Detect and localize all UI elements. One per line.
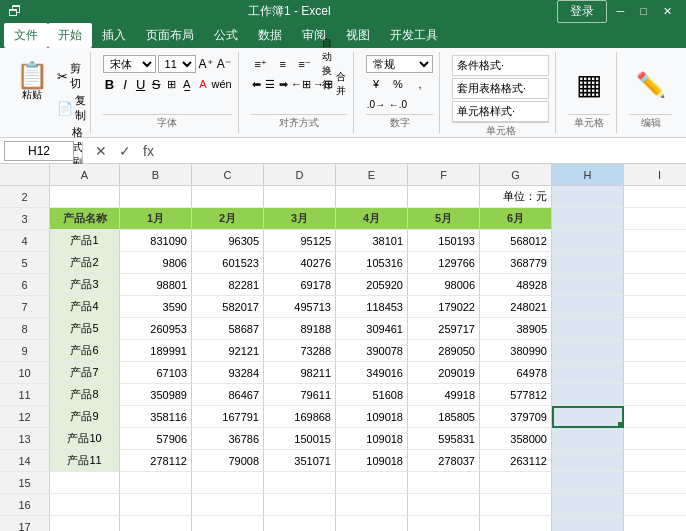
cell-c3[interactable]: 2月 <box>192 208 264 230</box>
percent-btn[interactable]: % <box>388 75 408 93</box>
cell-h9[interactable] <box>552 340 624 362</box>
cell-b16[interactable] <box>120 494 192 516</box>
col-header-b[interactable]: B <box>120 164 192 185</box>
table-format-btn[interactable]: 套用表格格式· <box>452 78 549 99</box>
paste-button[interactable]: 📋 粘贴 <box>11 59 53 105</box>
row-header-16[interactable]: 16 <box>0 494 50 516</box>
cell-f14[interactable]: 278037 <box>408 450 480 472</box>
cell-a16[interactable] <box>50 494 120 516</box>
cell-b14[interactable]: 278112 <box>120 450 192 472</box>
cell-e16[interactable] <box>336 494 408 516</box>
cell-a11[interactable]: 产品8 <box>50 384 120 406</box>
align-center-btn[interactable]: ☰ <box>264 75 276 93</box>
col-header-h[interactable]: H <box>552 164 624 185</box>
cell-c12[interactable]: 167791 <box>192 406 264 428</box>
cell-g10[interactable]: 64978 <box>480 362 552 384</box>
cell-i6[interactable] <box>624 274 686 296</box>
cell-c10[interactable]: 93284 <box>192 362 264 384</box>
copy-button[interactable]: 📄 复制 <box>57 93 86 123</box>
menu-item-start[interactable]: 开始 <box>48 23 92 48</box>
cell-f11[interactable]: 49918 <box>408 384 480 406</box>
cell-d7[interactable]: 495713 <box>264 296 336 318</box>
cell-b5[interactable]: 9806 <box>120 252 192 274</box>
cell-b6[interactable]: 98801 <box>120 274 192 296</box>
cell-a10[interactable]: 产品7 <box>50 362 120 384</box>
cell-f13[interactable]: 595831 <box>408 428 480 450</box>
font-size-select[interactable]: 11 <box>158 55 196 73</box>
cell-i11[interactable] <box>624 384 686 406</box>
confirm-formula-btn[interactable]: ✓ <box>115 143 135 159</box>
row-header-2[interactable]: 2 <box>0 186 50 208</box>
cell-i14[interactable] <box>624 450 686 472</box>
menu-item-developer[interactable]: 开发工具 <box>380 23 448 48</box>
cell-f16[interactable] <box>408 494 480 516</box>
menu-item-formula[interactable]: 公式 <box>204 23 248 48</box>
cell-a3[interactable]: 产品名称 <box>50 208 120 230</box>
cell-a6[interactable]: 产品3 <box>50 274 120 296</box>
cell-b17[interactable] <box>120 516 192 531</box>
cell-g6[interactable]: 48928 <box>480 274 552 296</box>
cell-h2[interactable] <box>552 186 624 208</box>
currency-btn[interactable]: ¥ <box>366 75 386 93</box>
cell-b13[interactable]: 57906 <box>120 428 192 450</box>
cell-b9[interactable]: 189991 <box>120 340 192 362</box>
cell-f6[interactable]: 98006 <box>408 274 480 296</box>
cell-b15[interactable] <box>120 472 192 494</box>
cell-f4[interactable]: 150193 <box>408 230 480 252</box>
cell-f3[interactable]: 5月 <box>408 208 480 230</box>
cell-e3[interactable]: 4月 <box>336 208 408 230</box>
cell-d14[interactable]: 351071 <box>264 450 336 472</box>
strikethrough-button[interactable]: S <box>149 75 163 93</box>
cell-a8[interactable]: 产品5 <box>50 318 120 340</box>
cell-e5[interactable]: 105316 <box>336 252 408 274</box>
cell-h7[interactable] <box>552 296 624 318</box>
cell-c2[interactable] <box>192 186 264 208</box>
cell-b11[interactable]: 350989 <box>120 384 192 406</box>
cell-f7[interactable]: 179022 <box>408 296 480 318</box>
row-header-12[interactable]: 12 <box>0 406 50 428</box>
menu-item-view[interactable]: 视图 <box>336 23 380 48</box>
col-header-g[interactable]: G <box>480 164 552 185</box>
cell-a5[interactable]: 产品2 <box>50 252 120 274</box>
cell-d11[interactable]: 79611 <box>264 384 336 406</box>
cell-d15[interactable] <box>264 472 336 494</box>
cell-c14[interactable]: 79008 <box>192 450 264 472</box>
cell-h10[interactable] <box>552 362 624 384</box>
wrap-text-btn[interactable]: 自动换行 <box>317 55 337 73</box>
row-header-3[interactable]: 3 <box>0 208 50 230</box>
cell-e15[interactable] <box>336 472 408 494</box>
cell-a7[interactable]: 产品4 <box>50 296 120 318</box>
cell-i17[interactable] <box>624 516 686 531</box>
cell-c9[interactable]: 92121 <box>192 340 264 362</box>
cell-b2[interactable] <box>120 186 192 208</box>
fill-handle[interactable] <box>618 422 624 428</box>
cell-c8[interactable]: 58687 <box>192 318 264 340</box>
cell-i9[interactable] <box>624 340 686 362</box>
cell-g7[interactable]: 248021 <box>480 296 552 318</box>
cell-h14[interactable] <box>552 450 624 472</box>
cell-f5[interactable]: 129766 <box>408 252 480 274</box>
cell-c11[interactable]: 86467 <box>192 384 264 406</box>
col-header-i[interactable]: I <box>624 164 686 185</box>
cell-f10[interactable]: 209019 <box>408 362 480 384</box>
cell-c5[interactable]: 601523 <box>192 252 264 274</box>
cell-f12[interactable]: 185805 <box>408 406 480 428</box>
font-name-select[interactable]: 宋体 <box>103 55 156 73</box>
menu-item-data[interactable]: 数据 <box>248 23 292 48</box>
indent-decrease-btn[interactable]: ←⊞ <box>291 75 311 93</box>
cell-d17[interactable] <box>264 516 336 531</box>
col-header-e[interactable]: E <box>336 164 408 185</box>
col-header-a[interactable]: A <box>50 164 120 185</box>
indent-increase-btn[interactable]: →⊞ <box>313 75 333 93</box>
align-left-btn[interactable]: ⬅ <box>251 75 262 93</box>
cell-styles-btn[interactable]: 单元格样式· <box>452 101 549 122</box>
decrease-font-btn[interactable]: A⁻ <box>216 55 232 73</box>
cell-h4[interactable] <box>552 230 624 252</box>
cell-a17[interactable] <box>50 516 120 531</box>
row-header-17[interactable]: 17 <box>0 516 50 531</box>
cell-i12[interactable] <box>624 406 686 428</box>
cell-b7[interactable]: 3590 <box>120 296 192 318</box>
cell-i16[interactable] <box>624 494 686 516</box>
align-bottom-btn[interactable]: ≡⁻ <box>295 55 315 73</box>
col-header-d[interactable]: D <box>264 164 336 185</box>
